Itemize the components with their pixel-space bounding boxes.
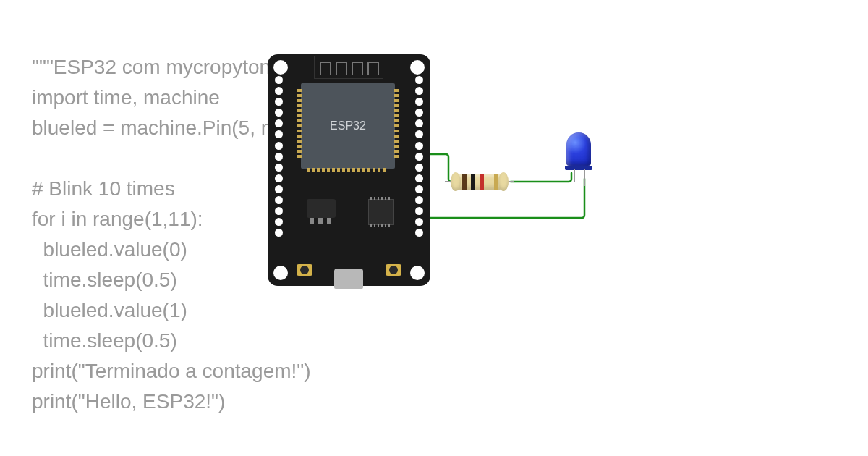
- pin-hole-icon: [275, 207, 283, 215]
- pin-hole-icon: [415, 153, 423, 161]
- pin-hole-icon: [415, 130, 423, 138]
- pin-hole-icon: [275, 98, 283, 106]
- pin-hole-icon: [275, 164, 283, 172]
- pin-hole-icon: [275, 76, 283, 84]
- resistor-bulge-icon: [451, 172, 461, 191]
- chip-pins-icon: [394, 89, 399, 158]
- pin-header-left: [275, 76, 283, 237]
- pin-hole-icon: [415, 164, 423, 172]
- pin-hole-icon: [415, 87, 423, 95]
- led-cathode-lead-icon: [584, 169, 585, 186]
- mount-hole-icon: [273, 60, 288, 75]
- pin-hole-icon: [275, 142, 283, 150]
- pin-hole-icon: [415, 229, 423, 237]
- code-line: print("Terminado a contagem!"): [32, 360, 311, 382]
- pin-hole-icon: [415, 98, 423, 106]
- pin-hole-icon: [275, 218, 283, 226]
- pin-hole-icon: [415, 196, 423, 204]
- pin-hole-icon: [415, 207, 423, 215]
- pin-hole-icon: [275, 153, 283, 161]
- pin-header-right: [415, 76, 423, 237]
- wifi-antenna-icon: [314, 56, 383, 79]
- led-anode-lead-icon: [574, 169, 575, 182]
- resistor-band-black-icon: [471, 174, 475, 190]
- wire-resistor-to-led: [511, 173, 571, 182]
- resistor-band-red-icon: [480, 174, 484, 190]
- pin-hole-icon: [275, 185, 283, 193]
- reset-button-icon: [386, 264, 401, 276]
- pin-hole-icon: [415, 218, 423, 226]
- chip-label: ESP32: [330, 119, 366, 132]
- code-line: print("Hello, ESP32!"): [32, 390, 225, 413]
- pin-hole-icon: [415, 119, 423, 127]
- esp32-chip-icon: ESP32: [301, 83, 395, 169]
- chip-pins-icon: [307, 168, 386, 172]
- pin-hole-icon: [275, 109, 283, 117]
- code-line: blueled.value(0): [32, 238, 187, 261]
- usb-serial-chip-icon: [368, 199, 394, 225]
- resistor-band-brown-icon: [462, 174, 467, 190]
- esp32-board: ESP32: [268, 54, 430, 286]
- circuit-diagram: ESP32: [268, 54, 702, 329]
- code-line: time.sleep(0.5): [32, 269, 177, 291]
- pin-hole-icon: [415, 76, 423, 84]
- boot-button-icon: [297, 264, 312, 276]
- led-component: [566, 132, 594, 183]
- code-line: time.sleep(0.5): [32, 329, 177, 352]
- pin-hole-icon: [415, 109, 423, 117]
- mount-hole-icon: [410, 60, 425, 75]
- resistor-component: [452, 174, 507, 190]
- mount-hole-icon: [273, 266, 288, 280]
- pin-hole-icon: [275, 87, 283, 95]
- pin-hole-icon: [275, 174, 283, 182]
- pin-hole-icon: [275, 229, 283, 237]
- micro-usb-port-icon: [334, 269, 363, 289]
- pin-hole-icon: [275, 119, 283, 127]
- pin-hole-icon: [415, 142, 423, 150]
- code-line: for i in range(1,11):: [32, 208, 203, 230]
- led-dome-icon: [566, 132, 591, 166]
- voltage-regulator-icon: [307, 199, 336, 218]
- code-line: import time, machine: [32, 86, 220, 109]
- pin-hole-icon: [415, 174, 423, 182]
- led-base-icon: [565, 166, 592, 170]
- resistor-bulge-icon: [498, 172, 509, 191]
- mount-hole-icon: [410, 266, 425, 280]
- code-line: # Blink 10 times: [32, 177, 175, 200]
- pin-hole-icon: [415, 185, 423, 193]
- pin-hole-icon: [275, 130, 283, 138]
- pin-hole-icon: [275, 196, 283, 204]
- code-line: blueled.value(1): [32, 299, 187, 321]
- chip-pins-icon: [297, 89, 302, 158]
